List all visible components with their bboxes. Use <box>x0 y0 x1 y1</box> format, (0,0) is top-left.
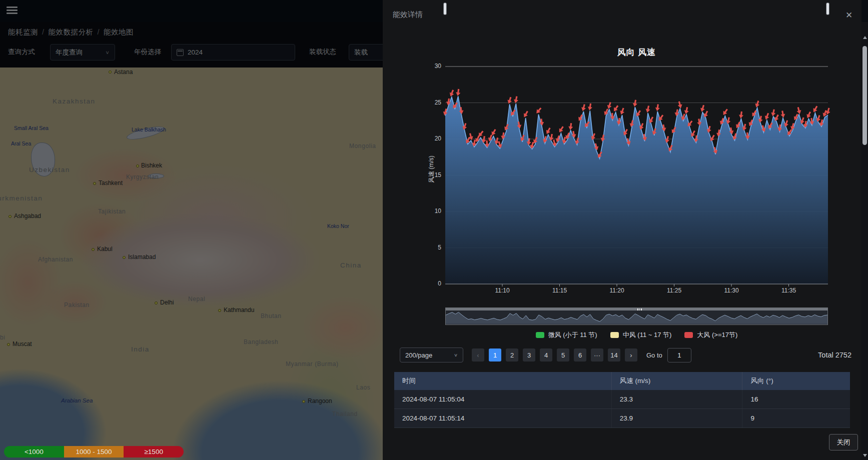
slider-grip-handle[interactable] <box>637 308 643 310</box>
table-row[interactable]: 2024-08-07 11:05:0423.316 <box>394 390 850 409</box>
y-tick-label: 15 <box>421 172 441 178</box>
chart-legend: 微风 (小于 11 节)中风 (11 ~ 17 节)大风 (>=17节) <box>445 330 828 340</box>
wind-chart[interactable] <box>445 66 828 284</box>
table-cell: 2024-08-07 11:05:04 <box>394 390 611 409</box>
y-tick-label: 10 <box>421 208 441 214</box>
page-button-4[interactable]: 4 <box>540 348 552 362</box>
page-button-2[interactable]: 2 <box>506 348 518 362</box>
y-tick-label: 5 <box>421 244 441 251</box>
map-legend-segment: 1000 - 1500 <box>64 446 124 458</box>
goto-label: Go to <box>646 352 662 359</box>
legend-swatch <box>610 332 619 338</box>
table-column-header: 风速 (m/s) <box>611 372 742 390</box>
table-column-header: 时间 <box>394 372 611 390</box>
goto-page-input[interactable] <box>667 348 691 362</box>
map-legend-segment: <1000 <box>4 446 64 458</box>
total-count: Total 2752 <box>818 351 851 359</box>
x-tick-label: 11:10 <box>487 287 517 294</box>
page-button-6[interactable]: 6 <box>574 348 586 362</box>
app-root: 能耗监测/能效数据分析/能效地图 查询方式 年度查询 ∨ 年份选择 2024 装… <box>0 0 868 460</box>
next-page-button[interactable]: › <box>625 348 637 362</box>
datazoom-slider[interactable] <box>445 308 828 325</box>
table-row[interactable]: 2024-08-07 11:05:1423.99 <box>394 409 850 428</box>
page-scrollbar[interactable] <box>861 22 868 460</box>
legend-swatch <box>536 332 544 338</box>
scroll-up-icon[interactable] <box>863 36 867 39</box>
close-button[interactable]: 关闭 <box>829 434 858 450</box>
page-button-5[interactable]: 5 <box>557 348 569 362</box>
chevron-down-icon: ∨ <box>454 352 458 358</box>
legend-label: 中风 (11 ~ 17 节) <box>623 330 672 340</box>
page-button-1[interactable]: 1 <box>489 348 501 362</box>
more-pages-button[interactable]: ··· <box>591 348 603 362</box>
scroll-down-icon[interactable] <box>863 454 867 457</box>
pager: ‹123456···14› <box>472 348 637 362</box>
zoom-handle-right[interactable] <box>826 2 829 15</box>
legend-swatch <box>684 332 693 338</box>
zoom-handle-left[interactable] <box>443 2 447 15</box>
legend-item[interactable]: 微风 (小于 11 节) <box>536 330 597 340</box>
x-tick-label: 11:35 <box>774 287 804 294</box>
y-tick-label: 30 <box>421 62 441 70</box>
background-page: 能耗监测/能效数据分析/能效地图 查询方式 年度查询 ∨ 年份选择 2024 装… <box>0 0 383 460</box>
wind-data-table: 时间风速 (m/s)风向 (°) 2024-08-07 11:05:0423.3… <box>394 372 850 428</box>
scrollbar-thumb[interactable] <box>862 46 867 145</box>
page-button-3[interactable]: 3 <box>523 348 535 362</box>
detail-drawer: 能效详情 ✕ 风向 风速 风速 (m/s) 051015202530 11:10… <box>383 0 861 460</box>
prev-page-button[interactable]: ‹ <box>472 348 484 362</box>
legend-item[interactable]: 大风 (>=17节) <box>684 330 737 340</box>
pagination-bar: 200/page ∨ ‹123456···14› Go to Total 275… <box>393 348 851 362</box>
y-tick-label: 20 <box>421 135 441 142</box>
drawer-title: 能效详情 <box>393 10 423 20</box>
close-icon[interactable]: ✕ <box>845 10 852 20</box>
page-size-select[interactable]: 200/page ∨ <box>400 348 463 362</box>
legend-item[interactable]: 中风 (11 ~ 17 节) <box>610 330 672 340</box>
y-tick-label: 25 <box>421 99 441 106</box>
y-axis-label: 风速 (m/s) <box>427 152 436 187</box>
legend-label: 大风 (>=17节) <box>697 330 737 340</box>
table-body: 2024-08-07 11:05:0423.3162024-08-07 11:0… <box>394 390 850 428</box>
table-column-header: 风向 (°) <box>742 372 850 390</box>
page-button-14[interactable]: 14 <box>608 348 620 362</box>
table-cell: 16 <box>742 390 850 409</box>
chart-title: 风向 风速 <box>445 46 828 58</box>
y-tick-label: 0 <box>421 280 441 287</box>
modal-dim-overlay <box>0 0 383 460</box>
table-cell: 23.3 <box>611 390 742 409</box>
table-cell: 23.9 <box>611 409 742 428</box>
x-tick-label: 11:25 <box>659 287 689 294</box>
x-tick-label: 11:15 <box>545 287 575 294</box>
legend-label: 微风 (小于 11 节) <box>548 330 597 340</box>
table-cell: 9 <box>742 409 850 428</box>
slider-preview-chart <box>446 311 827 325</box>
x-tick-label: 11:30 <box>716 287 746 294</box>
map-color-legend: <10001000 - 1500≥1500 <box>4 446 184 458</box>
table-header-row: 时间风速 (m/s)风向 (°) <box>394 372 850 390</box>
map-legend-segment: ≥1500 <box>124 446 184 458</box>
x-tick-label: 11:20 <box>602 287 632 294</box>
page-size-value: 200/page <box>405 352 432 359</box>
table-cell: 2024-08-07 11:05:14 <box>394 409 611 428</box>
